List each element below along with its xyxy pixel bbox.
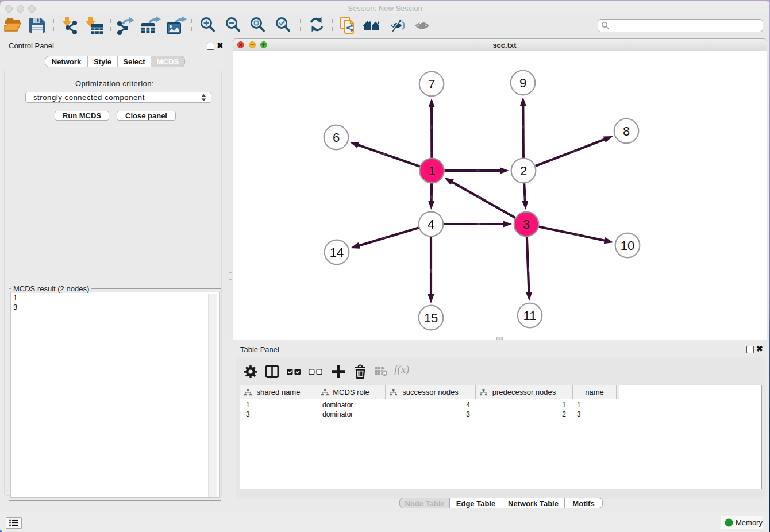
svg-text:10: 10 <box>621 238 634 253</box>
svg-text:2: 2 <box>520 164 527 178</box>
svg-text:7: 7 <box>428 77 435 91</box>
svg-text:15: 15 <box>424 311 438 325</box>
svg-text:9: 9 <box>519 76 526 90</box>
svg-text:1: 1 <box>428 164 435 178</box>
svg-text:3: 3 <box>523 217 530 232</box>
svg-text:4: 4 <box>428 217 434 232</box>
svg-text:6: 6 <box>333 130 340 145</box>
svg-text:14: 14 <box>330 245 344 260</box>
svg-text:8: 8 <box>623 124 630 138</box>
svg-text:11: 11 <box>523 309 537 323</box>
